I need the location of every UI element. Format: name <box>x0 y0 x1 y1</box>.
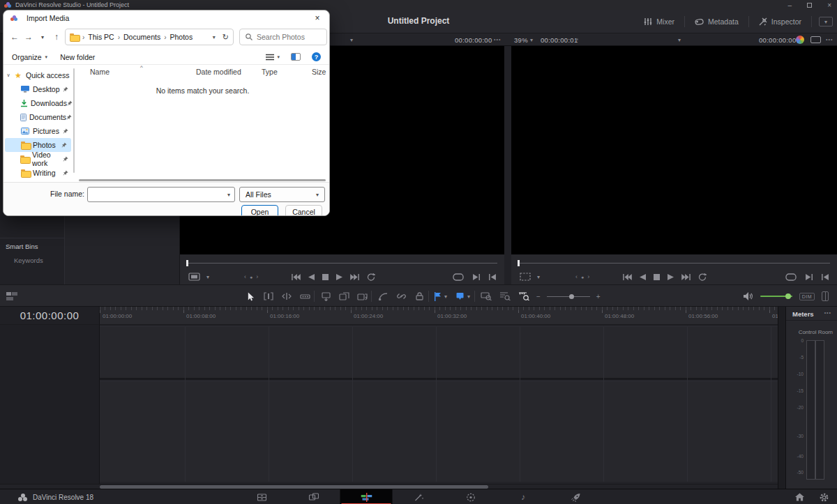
page-edit[interactable] <box>340 489 393 504</box>
breadcrumb-photos[interactable]: Photos <box>169 33 193 41</box>
column-header-size[interactable]: Size <box>312 66 326 78</box>
file-name-input[interactable]: ▾ <box>87 187 235 202</box>
match-frame-icon[interactable] <box>785 273 797 281</box>
page-cut[interactable] <box>288 489 340 504</box>
position-lock-button[interactable] <box>413 290 425 303</box>
organize-dropdown[interactable]: Organize ▾ <box>12 53 47 61</box>
custom-zoom-button[interactable] <box>518 290 530 303</box>
column-header-date-modified[interactable]: Date modified <box>196 66 241 78</box>
timeline-current-timecode[interactable]: 01:00:00:00 <box>0 307 100 325</box>
sidebar-item-documents[interactable]: Documents <box>3 110 73 124</box>
zoom-slider[interactable] <box>547 296 590 297</box>
match-frame-icon[interactable] <box>453 273 464 281</box>
mark-in-icon[interactable] <box>806 274 813 280</box>
stop-button[interactable] <box>322 274 329 280</box>
transform-mode-icon[interactable] <box>520 273 531 281</box>
source-viewer-dropdown[interactable]: ▾ <box>350 37 353 43</box>
source-options-menu[interactable]: ••• <box>494 37 501 42</box>
flag-icon[interactable] <box>434 292 441 301</box>
color-wheel-icon[interactable] <box>796 36 804 44</box>
source-scrubber[interactable] <box>187 263 497 264</box>
play-reverse-button[interactable] <box>640 274 646 280</box>
overwrite-clip-button[interactable] <box>338 290 350 303</box>
volume-slider-knob[interactable] <box>785 293 791 299</box>
mixer-button[interactable]: Mixer <box>641 17 677 26</box>
zoom-level-dropdown[interactable]: ▾ <box>530 37 533 43</box>
sidebar-item-pictures[interactable]: Pictures <box>3 124 73 138</box>
breadcrumb-this-pc[interactable]: This PC <box>88 33 114 41</box>
help-button[interactable]: ? <box>312 52 321 61</box>
refresh-button[interactable]: ↻ <box>223 33 229 42</box>
audio-track[interactable] <box>100 381 778 482</box>
marker-icon[interactable] <box>456 292 464 300</box>
mark-out-icon[interactable] <box>822 274 829 280</box>
recent-locations-dropdown[interactable]: ▾ <box>36 34 50 40</box>
inspector-button[interactable]: Inspector <box>756 17 804 26</box>
timeline-scrubber[interactable] <box>518 263 830 264</box>
list-horizontal-scrollbar[interactable] <box>79 179 326 181</box>
page-deliver[interactable] <box>550 489 602 504</box>
page-fusion[interactable] <box>393 489 445 504</box>
view-mode-dropdown[interactable]: ▾ <box>266 54 280 61</box>
page-media[interactable] <box>236 489 288 504</box>
blade-edit-mode-button[interactable] <box>299 290 311 303</box>
column-header-type[interactable]: Type <box>262 66 278 78</box>
page-color[interactable] <box>445 489 497 504</box>
sidebar-item-writing[interactable]: Writing <box>3 166 73 180</box>
mark-out-icon[interactable] <box>489 274 496 280</box>
speaker-icon[interactable] <box>744 292 753 300</box>
new-folder-button[interactable]: New folder <box>60 53 95 61</box>
marker-color-dropdown[interactable]: ▾ <box>467 293 470 300</box>
video-track[interactable] <box>100 326 778 378</box>
full-extent-zoom-button[interactable] <box>480 290 492 303</box>
flag-color-dropdown[interactable]: ▾ <box>444 293 447 300</box>
keywords-label[interactable]: Keywords <box>14 257 43 264</box>
stop-button[interactable] <box>654 274 660 280</box>
settings-gear-button[interactable] <box>820 493 829 502</box>
source-playhead[interactable] <box>186 260 188 266</box>
back-button[interactable]: ← <box>8 32 22 42</box>
timeline-scrollbar[interactable] <box>0 484 778 489</box>
up-button[interactable]: ↑ <box>50 32 63 42</box>
home-button[interactable] <box>795 493 804 501</box>
zoom-in-button[interactable]: + <box>596 293 601 300</box>
zoom-slider-knob[interactable] <box>569 294 574 299</box>
timeline-viewer[interactable] <box>511 46 837 254</box>
dialog-titlebar[interactable]: Import Media × <box>3 10 329 26</box>
viewer-mode-dropdown[interactable]: ▾ <box>206 274 209 280</box>
volume-slider[interactable] <box>760 296 792 297</box>
link-clips-button[interactable] <box>395 290 407 303</box>
column-header-name[interactable]: Name <box>90 66 110 78</box>
address-bar[interactable]: › This PC › Documents › Photos ▾ ↻ <box>65 29 234 45</box>
cancel-button[interactable]: Cancel <box>285 205 322 216</box>
preview-pane-button[interactable] <box>291 53 301 61</box>
retime-curve-button[interactable] <box>377 290 389 303</box>
page-fairlight[interactable]: ♪ <box>497 489 550 504</box>
zoom-out-button[interactable]: − <box>536 293 541 300</box>
maximize-button[interactable] <box>807 3 812 8</box>
minimize-button[interactable]: – <box>788 1 792 9</box>
dynamic-trim-mode-button[interactable] <box>280 290 293 303</box>
breadcrumb-documents[interactable]: Documents <box>123 33 160 41</box>
address-dropdown[interactable]: ▾ <box>213 34 216 40</box>
go-to-start-button[interactable] <box>623 274 632 280</box>
trim-edit-mode-button[interactable] <box>262 290 275 303</box>
search-input[interactable]: Search Photos <box>239 29 327 45</box>
loop-playback-button[interactable] <box>367 273 375 281</box>
display-mode-icon[interactable] <box>810 36 821 43</box>
panel-toggle-button[interactable]: ▾ <box>819 17 833 26</box>
mark-in-icon[interactable] <box>473 274 480 280</box>
insert-clip-button[interactable] <box>319 290 332 303</box>
selection-tool-button[interactable] <box>244 290 257 303</box>
play-button[interactable] <box>336 274 342 280</box>
metadata-button[interactable]: Metadata <box>692 17 741 26</box>
forward-button[interactable]: → <box>22 32 36 42</box>
loop-playback-button[interactable] <box>698 273 707 281</box>
jog-control[interactable]: ‹ ● › <box>244 270 258 284</box>
play-button[interactable] <box>668 274 674 280</box>
viewer-mode-icon[interactable] <box>188 273 200 281</box>
detail-zoom-button[interactable] <box>499 290 511 303</box>
timeline-view-options-icon[interactable] <box>6 291 18 301</box>
timeline-tracks[interactable] <box>100 325 778 484</box>
sidebar-item-downloads[interactable]: Downloads <box>3 96 73 110</box>
